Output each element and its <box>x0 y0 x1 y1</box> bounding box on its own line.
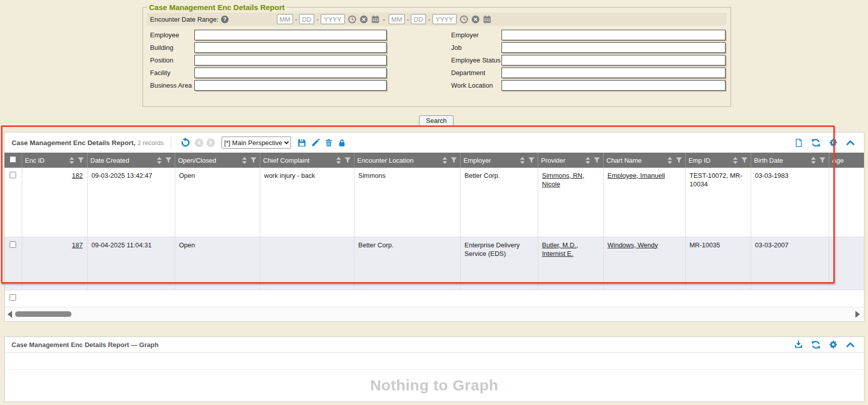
select-all-checkbox[interactable] <box>10 156 16 163</box>
column-header-employer[interactable]: Employer <box>460 153 538 168</box>
edit-icon[interactable] <box>311 139 320 147</box>
cell-employer: Better Corp. <box>460 168 538 237</box>
lock-icon[interactable] <box>338 139 346 147</box>
cell-chart-name: Windows, Wendy <box>603 237 685 290</box>
help-icon[interactable]: ? <box>221 16 229 23</box>
sort-icon[interactable] <box>667 157 673 164</box>
calendar-icon[interactable] <box>371 15 380 24</box>
cell-enc-id: 182 <box>22 168 87 237</box>
column-header-enc-id[interactable]: Enc ID <box>22 153 87 168</box>
filter-icon[interactable] <box>344 157 351 163</box>
filter-icon[interactable] <box>250 157 257 163</box>
graph-header: Case Management Enc Details Report — Gra… <box>5 337 864 353</box>
row-checkbox[interactable] <box>10 241 16 248</box>
sort-icon[interactable] <box>811 157 816 164</box>
column-header-birth-date[interactable]: Birth Date <box>751 153 829 168</box>
filter-panel-legend: Case Management Enc Details Report <box>147 3 286 12</box>
clock-icon[interactable] <box>460 15 468 24</box>
next-icon[interactable] <box>206 139 215 147</box>
date-from-year-input[interactable] <box>321 14 345 24</box>
link-enc-id[interactable]: 182 <box>72 172 83 179</box>
sort-icon[interactable] <box>520 157 525 164</box>
sort-icon[interactable] <box>242 157 247 164</box>
employee-field[interactable] <box>194 30 387 40</box>
new-document-icon[interactable] <box>794 138 803 148</box>
filter-icon[interactable] <box>165 157 172 163</box>
date-to-year-input[interactable] <box>432 14 457 24</box>
settings-icon[interactable] <box>829 138 838 147</box>
refresh-icon[interactable] <box>811 138 821 148</box>
department-field[interactable] <box>501 68 726 78</box>
previous-icon[interactable] <box>195 139 203 147</box>
link-chart-name[interactable]: Employee, Imanuell <box>608 172 665 179</box>
column-header-age[interactable]: Age <box>829 153 864 168</box>
employee-label: Employee <box>150 31 194 39</box>
facility-field[interactable] <box>194 68 387 78</box>
scrollbar-thumb[interactable] <box>15 311 71 317</box>
search-button[interactable]: Search <box>419 115 454 126</box>
date-to-day-input[interactable] <box>411 14 426 24</box>
filter-icon[interactable] <box>819 157 826 163</box>
column-header-encounter-location[interactable]: Encounter Location <box>354 153 460 168</box>
date-from-group: - - <box>277 14 380 24</box>
footer-row-checkbox[interactable] <box>10 294 16 301</box>
position-field[interactable] <box>194 55 387 65</box>
encounter-date-range-row: Encounter Date Range: ? - - - - - <box>147 13 727 26</box>
column-header-emp-id[interactable]: Emp ID <box>685 153 751 168</box>
link-chart-name[interactable]: Windows, Wendy <box>608 241 658 249</box>
work-location-field[interactable] <box>501 80 726 91</box>
refresh-icon[interactable] <box>811 340 821 350</box>
calendar-icon[interactable] <box>483 15 491 24</box>
graph-toolbar-right <box>794 340 857 350</box>
scroll-right-icon[interactable] <box>855 311 860 318</box>
filter-icon[interactable] <box>78 157 84 163</box>
settings-icon[interactable] <box>829 340 838 349</box>
results-title-text: Case Management Enc Details Report, <box>12 139 135 147</box>
results-toolbar-right <box>794 138 857 148</box>
column-header-open-closed[interactable]: Open/Closed <box>175 153 260 168</box>
delete-icon[interactable] <box>325 139 333 147</box>
download-icon[interactable] <box>794 340 803 349</box>
collapse-icon[interactable] <box>846 139 855 146</box>
table-header-row: Enc IDDate CreatedOpen/ClosedChief Compl… <box>5 153 864 168</box>
collapse-icon[interactable] <box>846 341 855 348</box>
employer-field[interactable] <box>501 30 726 40</box>
date-to-month-input[interactable] <box>389 14 405 24</box>
link-provider[interactable]: Butler, M.D., Internist E. <box>542 241 578 257</box>
filter-icon[interactable] <box>528 157 535 163</box>
scroll-left-icon[interactable] <box>8 311 12 318</box>
undo-icon[interactable] <box>181 138 191 148</box>
filter-icon[interactable] <box>451 157 457 163</box>
column-header-provider[interactable]: Provider <box>538 153 603 168</box>
filter-icon[interactable] <box>594 157 600 163</box>
sort-icon[interactable] <box>585 157 591 164</box>
perspective-select[interactable]: [*] Main Perspective <box>222 137 291 149</box>
sort-icon[interactable] <box>69 157 75 164</box>
clear-icon[interactable] <box>359 15 368 24</box>
column-header-chief-complaint[interactable]: Chief Complaint <box>260 153 354 168</box>
building-field[interactable] <box>194 42 387 53</box>
sort-icon[interactable] <box>442 157 448 164</box>
clock-icon[interactable] <box>348 15 356 24</box>
toolbar-divider <box>171 136 171 149</box>
sort-icon[interactable] <box>733 157 738 164</box>
job-field[interactable] <box>501 42 726 53</box>
business-area-field[interactable] <box>194 80 387 91</box>
column-label: Chart Name <box>607 157 642 164</box>
save-icon[interactable] <box>298 139 306 147</box>
row-checkbox[interactable] <box>10 172 16 178</box>
date-from-day-input[interactable] <box>299 14 314 24</box>
filter-icon[interactable] <box>741 157 748 163</box>
filter-icon[interactable] <box>676 157 682 163</box>
results-panel: Case Management Enc Details Report,2 rec… <box>4 132 864 322</box>
link-provider[interactable]: Simmons, RN, Nicole <box>542 172 585 188</box>
sort-icon[interactable] <box>157 157 162 164</box>
clear-icon[interactable] <box>471 15 480 24</box>
sort-icon[interactable] <box>336 157 341 164</box>
column-header-date-created[interactable]: Date Created <box>87 153 175 168</box>
column-header-chart-name[interactable]: Chart Name <box>603 153 685 168</box>
link-enc-id[interactable]: 187 <box>72 241 83 249</box>
horizontal-scrollbar[interactable] <box>5 307 864 321</box>
employee-status-field[interactable] <box>501 55 726 65</box>
date-from-month-input[interactable] <box>277 14 293 24</box>
